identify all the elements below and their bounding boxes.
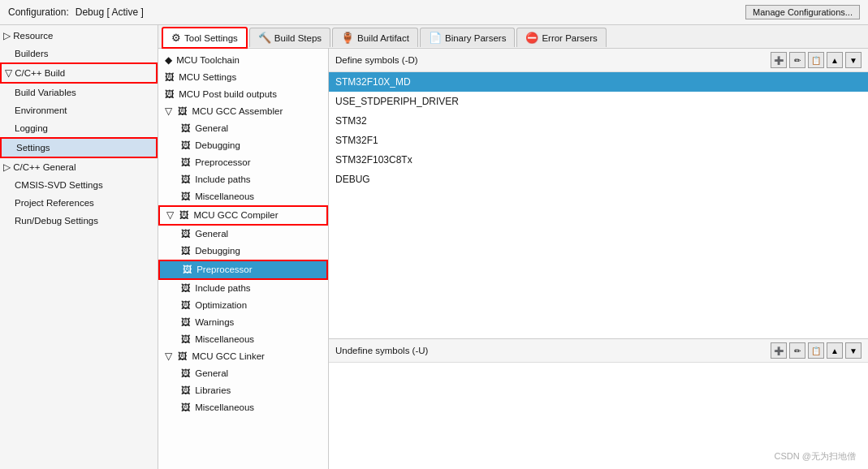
tree-comp-general[interactable]: 🖼 General	[158, 226, 328, 243]
tab-build-artifact-label: Build Artifact	[357, 33, 409, 43]
edit-undefine-button[interactable]: ✏	[789, 342, 805, 359]
tab-build-steps-label: Build Steps	[274, 33, 322, 43]
sidebar-item-cpp-build[interactable]: ▽ C/C++ Build	[0, 62, 158, 84]
define-symbols-section: Define symbols (-D) ➕ ✏ 📋 ▲ ▼	[329, 49, 868, 339]
asm-general-icon: 🖼	[181, 122, 191, 136]
expand-asm-icon: ▽	[165, 105, 172, 118]
tab-build-steps[interactable]: 🔨 Build Steps	[249, 28, 330, 47]
symbol-item-use-stdperiph[interactable]: USE_STDPERIPH_DRIVER	[329, 92, 868, 111]
sidebar-item-environment[interactable]: Environment	[0, 101, 158, 119]
sidebar-item-cpp-general[interactable]: ▷ C/C++ General	[0, 158, 158, 176]
asm-debug-icon: 🖼	[181, 139, 191, 153]
build-steps-icon: 🔨	[258, 32, 271, 44]
asm-misc-icon: 🖼	[181, 190, 191, 204]
tree-asm-include-paths[interactable]: 🖼 Include paths	[158, 171, 328, 188]
tool-settings-icon: ⚙	[171, 32, 181, 44]
watermark: CSDN @无为扫地僧	[775, 450, 856, 463]
arrow-icon: ▷	[3, 160, 11, 174]
tree-link-libraries[interactable]: 🖼 Libraries	[158, 382, 328, 399]
tree-link-misc[interactable]: 🖼 Miscellaneous	[158, 399, 328, 416]
tree-link-general[interactable]: 🖼 General	[158, 365, 328, 382]
tab-tool-settings-label: Tool Settings	[184, 33, 238, 43]
comp-debug-icon: 🖼	[181, 244, 191, 258]
link-lib-icon: 🖼	[181, 384, 191, 398]
comp-warn-icon: 🖼	[181, 316, 191, 329]
move-up-undefine-button[interactable]: ▲	[827, 342, 843, 359]
asm-pre-icon: 🖼	[181, 156, 191, 170]
link-misc-icon: 🖼	[181, 401, 191, 415]
sidebar-item-settings[interactable]: Settings	[0, 137, 158, 158]
tree-asm-preprocessor[interactable]: 🖼 Preprocessor	[158, 154, 328, 171]
tree-comp-misc[interactable]: 🖼 Miscellaneous	[158, 331, 328, 348]
tree-comp-debugging[interactable]: 🖼 Debugging	[158, 243, 328, 260]
tab-tool-settings[interactable]: ⚙ Tool Settings	[162, 27, 248, 49]
symbol-item-stm32f10x-md[interactable]: STM32F10X_MD	[329, 72, 868, 92]
tree-mcu-toolchain[interactable]: ◆ MCU Toolchain	[158, 52, 328, 69]
tree-mcu-gcc-assembler[interactable]: ▽ 🖼 MCU GCC Assembler	[158, 103, 328, 120]
sidebar-item-proj-refs[interactable]: Project References	[0, 194, 158, 212]
undefine-symbols-toolbar: ➕ ✏ 📋 ▲ ▼	[771, 342, 862, 359]
add-undefine-button[interactable]: ➕	[771, 342, 787, 359]
define-symbols-toolbar: ➕ ✏ 📋 ▲ ▼	[771, 52, 862, 68]
left-sidebar: ▷ Resource Builders ▽ C/C++ Build Build …	[0, 25, 158, 469]
tree-mcu-settings[interactable]: 🖼 MCU Settings	[158, 69, 328, 86]
tree-comp-warnings[interactable]: 🖼 Warnings	[158, 314, 328, 331]
sidebar-item-build-vars[interactable]: Build Variables	[0, 84, 158, 101]
expand-comp-icon: ▽	[166, 209, 174, 222]
symbol-item-stm32f103c8tx[interactable]: STM32F103C8Tx	[329, 150, 868, 170]
tree-comp-include-paths[interactable]: 🖼 Include paths	[158, 280, 328, 297]
comp-pre-icon: 🖼	[183, 263, 192, 277]
error-parsers-icon: ⛔	[525, 32, 538, 44]
tree-mcu-post-build[interactable]: 🖼 MCU Post build outputs	[158, 86, 328, 103]
comp-icon: 🖼	[179, 209, 189, 222]
tree-asm-general[interactable]: 🖼 General	[158, 120, 328, 137]
add-symbol-button[interactable]: ➕	[771, 52, 787, 68]
asm-icon: 🖼	[178, 105, 188, 118]
symbol-item-debug[interactable]: DEBUG	[329, 170, 868, 189]
symbol-item-stm32f1[interactable]: STM32F1	[329, 131, 868, 150]
comp-misc-icon: 🖼	[181, 333, 191, 346]
tab-build-artifact[interactable]: 🏺 Build Artifact	[332, 28, 418, 47]
copy-undefine-button[interactable]: 📋	[808, 342, 824, 359]
undefine-symbols-header: Undefine symbols (-U) ➕ ✏ 📋 ▲ ▼	[329, 339, 868, 363]
tab-binary-parsers[interactable]: 📄 Binary Parsers	[420, 28, 515, 47]
diamond-icon: ◆	[165, 54, 172, 67]
properties-panel: Define symbols (-D) ➕ ✏ 📋 ▲ ▼	[329, 49, 868, 469]
tree-asm-misc[interactable]: 🖼 Miscellaneous	[158, 188, 328, 205]
symbol-item-stm32[interactable]: STM32	[329, 111, 868, 131]
expand-icon: ▽	[5, 66, 12, 80]
manage-configurations-button[interactable]: Manage Configurations...	[745, 5, 860, 19]
sidebar-item-logging[interactable]: Logging	[0, 119, 158, 137]
tree-mcu-gcc-compiler[interactable]: ▽ 🖼 MCU GCC Compiler	[158, 205, 328, 226]
sidebar-item-resource[interactable]: ▷ Resource	[0, 27, 158, 45]
comp-general-icon: 🖼	[181, 227, 191, 241]
copy-symbol-button[interactable]: 📋	[808, 52, 824, 68]
sidebar-item-run-debug[interactable]: Run/Debug Settings	[0, 212, 158, 230]
tree-mcu-gcc-linker[interactable]: ▽ 🖼 MCU GCC Linker	[158, 348, 328, 365]
link-general-icon: 🖼	[181, 367, 191, 381]
link-icon: 🖼	[178, 350, 188, 364]
move-down-undefine-button[interactable]: ▼	[845, 342, 862, 359]
post-build-icon: 🖼	[165, 88, 175, 101]
config-bar: Configuration: Debug [ Active ] Manage C…	[0, 0, 868, 25]
tree-comp-optimization[interactable]: 🖼 Optimization	[158, 297, 328, 314]
tab-binary-parsers-label: Binary Parsers	[445, 33, 506, 43]
settings-tree: ◆ MCU Toolchain 🖼 MCU Settings 🖼 MCU Pos…	[158, 49, 329, 469]
sidebar-item-cmsis-svd[interactable]: CMSIS-SVD Settings	[0, 176, 158, 194]
define-symbols-header: Define symbols (-D) ➕ ✏ 📋 ▲ ▼	[329, 49, 868, 72]
config-value: Debug [ Active ]	[76, 6, 144, 18]
expand-link-icon: ▽	[165, 350, 172, 364]
edit-symbol-button[interactable]: ✏	[789, 52, 805, 68]
tab-error-parsers-label: Error Parsers	[542, 33, 597, 43]
tree-comp-preprocessor[interactable]: 🖼 Preprocessor	[158, 260, 328, 280]
define-symbols-title: Define symbols (-D)	[335, 55, 418, 65]
undefine-symbols-section: Undefine symbols (-U) ➕ ✏ 📋 ▲ ▼	[329, 339, 868, 469]
move-down-symbol-button[interactable]: ▼	[845, 52, 862, 68]
tree-asm-debugging[interactable]: 🖼 Debugging	[158, 137, 328, 154]
sidebar-item-builders[interactable]: Builders	[0, 45, 158, 62]
comp-opt-icon: 🖼	[181, 299, 191, 312]
right-panel: ⚙ Tool Settings 🔨 Build Steps 🏺 Build Ar…	[158, 25, 868, 469]
tab-error-parsers[interactable]: ⛔ Error Parsers	[516, 28, 606, 47]
move-up-symbol-button[interactable]: ▲	[827, 52, 843, 68]
main-content: ◆ MCU Toolchain 🖼 MCU Settings 🖼 MCU Pos…	[158, 49, 868, 469]
